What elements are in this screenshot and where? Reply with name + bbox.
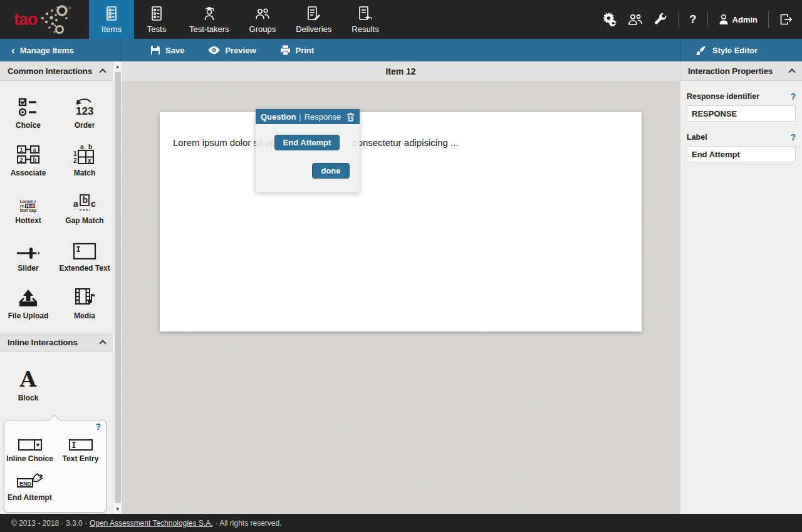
settings-gears-icon[interactable] (601, 13, 617, 26)
gap-match-icon: a b c (72, 194, 97, 212)
chevron-up-icon (788, 68, 795, 75)
interaction-properties-title: Interaction Properties (688, 66, 773, 76)
groups-icon (254, 6, 271, 22)
interaction-hottext[interactable]: Lorem i re.Hott text cap Hottext (0, 182, 56, 230)
tab-test-takers[interactable]: Test-takers (179, 0, 239, 39)
tao-logo[interactable]: tao ® (0, 0, 89, 39)
associate-label: Associate (11, 169, 46, 177)
interaction-order[interactable]: 123 Order (56, 87, 113, 135)
interaction-inline-choice[interactable]: Inline Choice (4, 429, 55, 468)
svg-text:2: 2 (20, 157, 23, 163)
results-icon (357, 6, 373, 22)
svg-text:b: b (88, 143, 92, 150)
response-identifier-field: Response identifier ? (680, 81, 802, 122)
match-icon: a b 1 2 x (73, 143, 96, 165)
interaction-associate[interactable]: 1 a 2 b Associate (0, 135, 56, 182)
svg-text:b: b (83, 195, 88, 205)
tab-results[interactable]: Results (341, 0, 388, 39)
chevron-up-icon (99, 68, 106, 75)
svg-text:2: 2 (73, 157, 77, 164)
help-icon[interactable]: ? (689, 13, 697, 26)
label-help-icon[interactable]: ? (790, 132, 796, 142)
response-identifier-input[interactable] (687, 105, 796, 122)
done-button[interactable]: done (312, 163, 350, 179)
oat-link[interactable]: Open Assessment Technologies S.A. (90, 519, 213, 528)
svg-text:b: b (33, 157, 37, 163)
scroll-up-button[interactable]: ▲ (113, 61, 122, 71)
manage-items-label: Manage Items (20, 46, 74, 55)
print-button[interactable]: Print (273, 45, 322, 55)
interaction-match[interactable]: a b 1 2 x Match (56, 135, 113, 182)
item-title-bar: Item 12 (122, 61, 680, 81)
preview-label: Preview (225, 46, 256, 55)
nav-right-controls: ? Admin (601, 0, 793, 39)
response-tab[interactable]: Response (305, 112, 341, 122)
hottext-icon: Lorem i re.Hott text cap (20, 199, 36, 212)
media-icon (73, 288, 96, 308)
label-input[interactable] (687, 146, 796, 162)
tab-results-label: Results (352, 24, 378, 34)
interaction-choice[interactable]: Choice (0, 87, 56, 135)
style-editor-button[interactable]: Style Editor (680, 39, 802, 61)
interaction-file-upload[interactable]: File Upload (0, 278, 56, 325)
flyout-help-icon[interactable]: ? (95, 422, 101, 432)
interaction-slider[interactable]: Slider (0, 230, 56, 278)
tab-groups[interactable]: Groups (239, 0, 286, 39)
choice-label: Choice (16, 121, 41, 130)
response-identifier-label: Response identifier (687, 92, 759, 101)
test-takers-icon (202, 6, 217, 22)
section-inline-interactions[interactable]: Inline Interactions (0, 333, 113, 352)
admin-user-menu[interactable]: Admin (719, 14, 758, 25)
tab-tests[interactable]: Tests (134, 0, 179, 39)
wrench-icon[interactable] (654, 13, 667, 26)
user-management-icon[interactable] (628, 13, 643, 26)
interaction-block[interactable]: A Block (0, 362, 56, 407)
sidebar-scrollbar[interactable]: ▲ ▼ (113, 61, 122, 514)
inline-interactions-grid: A Block (0, 352, 113, 411)
save-label: Save (165, 46, 184, 55)
save-button[interactable]: Save (143, 45, 192, 55)
text-entry-label: Text Entry (63, 454, 99, 463)
interaction-properties-header[interactable]: Interaction Properties (680, 61, 802, 81)
nav-divider (768, 11, 769, 28)
tab-deliveries-label: Deliveries (296, 24, 331, 34)
interaction-extended-text[interactable]: Extended Text (56, 230, 113, 278)
interaction-end-attempt[interactable]: END End Attempt (4, 468, 55, 507)
item-editor-canvas: Item 12 Lorem ipsum dolor sit amet,conse… (122, 61, 680, 514)
end-attempt-label: End Attempt (8, 493, 52, 502)
rights-text: · All rights reserved. (215, 519, 281, 528)
properties-panel: Interaction Properties Response identifi… (680, 61, 802, 514)
tab-items[interactable]: Items (89, 0, 134, 39)
interaction-text-entry[interactable]: Text Entry (55, 429, 106, 468)
slider-label: Slider (18, 264, 38, 273)
tab-deliveries[interactable]: Deliveries (286, 0, 341, 39)
user-avatar-icon (719, 14, 729, 25)
interaction-gap-match[interactable]: a b c Gap Match (56, 182, 113, 230)
text-entry-icon (69, 439, 93, 451)
inline-choice-icon (18, 439, 42, 451)
flyout-grid: Inline Choice Text Entry END (4, 420, 106, 511)
canvas-background: Lorem ipsum dolor sit amet,consectetur a… (122, 81, 680, 514)
item-page[interactable]: Lorem ipsum dolor sit amet,consectetur a… (160, 112, 642, 331)
back-to-manage-items[interactable]: ‹ Manage Items (0, 39, 122, 61)
delete-interaction-button[interactable] (346, 112, 355, 122)
interaction-media[interactable]: Media (56, 278, 113, 325)
tab-groups-label: Groups (249, 24, 276, 34)
top-nav-bar: tao ® Items (0, 0, 802, 39)
end-attempt-inline-button[interactable]: End Attempt (274, 135, 340, 150)
gap-match-label: Gap Match (65, 216, 103, 225)
scrollbar-thumb[interactable] (115, 72, 121, 503)
section-common-interactions[interactable]: Common Interactions (0, 61, 113, 81)
logo-registered-mark: ® (68, 6, 71, 10)
order-label: Order (75, 121, 95, 130)
preview-button[interactable]: Preview (200, 46, 263, 55)
deliveries-icon (306, 6, 322, 22)
question-tab[interactable]: Question (261, 112, 296, 122)
chevron-up-icon (99, 340, 106, 347)
response-identifier-help-icon[interactable]: ? (790, 91, 796, 102)
logout-icon[interactable] (779, 13, 793, 26)
footer-bar: © 2013 - 2018 · 3.3.0 · Open Assessment … (0, 514, 802, 532)
scroll-down-button[interactable]: ▼ (113, 504, 122, 514)
match-label: Match (74, 169, 96, 177)
admin-label: Admin (732, 15, 758, 24)
